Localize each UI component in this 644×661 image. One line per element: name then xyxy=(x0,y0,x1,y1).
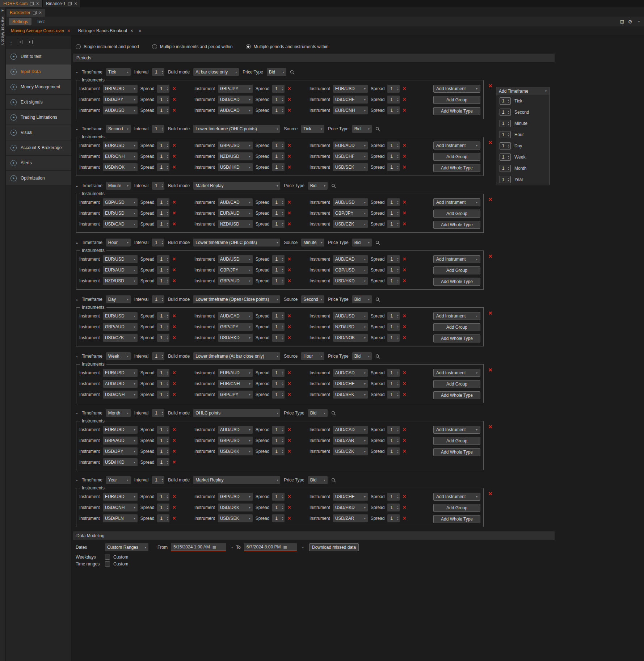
spread-spinner[interactable]: 1▴▾ xyxy=(387,437,400,445)
spinner-down-icon[interactable]: ▾ xyxy=(506,101,510,103)
add-group-button[interactable]: Add Group xyxy=(433,153,480,161)
spinner-down-icon[interactable]: ▾ xyxy=(396,89,400,91)
spinner-down-icon[interactable]: ▾ xyxy=(396,497,400,499)
spinner-down-icon[interactable]: ▾ xyxy=(396,338,400,340)
remove-instrument-icon[interactable]: × xyxy=(172,86,176,91)
spread-spinner[interactable]: 1▴▾ xyxy=(157,96,169,104)
instrument-dropdown[interactable]: AUD/USD▾ xyxy=(333,198,368,206)
to-date-input[interactable]: 6/7/2024 8:00 PM ▦ xyxy=(244,543,297,551)
spread-spinner[interactable]: 1▴▾ xyxy=(272,391,285,399)
spread-spinner[interactable]: 1▴▾ xyxy=(157,493,169,501)
spinner-down-icon[interactable]: ▾ xyxy=(165,327,169,329)
instrument-dropdown[interactable]: GBP/AUD▾ xyxy=(103,437,138,445)
spinner-down-icon[interactable]: ▾ xyxy=(281,518,285,521)
build-mode-dropdown[interactable]: Lower timeframe (OHLC points)▾ xyxy=(193,239,280,247)
spinner-down-icon[interactable]: ▾ xyxy=(165,146,169,148)
add-whole-type-button[interactable]: Add Whole Type xyxy=(433,448,480,456)
spinner-down-icon[interactable]: ▾ xyxy=(396,508,400,510)
remove-instrument-icon[interactable]: × xyxy=(172,392,176,397)
remove-instrument-icon[interactable]: × xyxy=(287,438,291,443)
add-whole-type-button[interactable]: Add Whole Type xyxy=(433,107,480,115)
instrument-dropdown[interactable]: USD/HKD▾ xyxy=(218,334,253,342)
remove-instrument-icon[interactable]: × xyxy=(403,211,406,216)
spread-spinner[interactable]: 1▴▾ xyxy=(387,209,400,217)
spinner-down-icon[interactable]: ▾ xyxy=(281,497,285,499)
spread-spinner[interactable]: 1▴▾ xyxy=(272,106,285,114)
date-range-type-dropdown[interactable]: Custom Ranges ▾ xyxy=(105,543,148,551)
mode-radio-selected[interactable]: Multiple periods and instruments within xyxy=(246,44,329,49)
spread-spinner[interactable]: 1▴▾ xyxy=(157,504,169,511)
timeframe-count-spinner[interactable]: 1▴▾ xyxy=(500,120,511,127)
tab-backtester[interactable]: Backtester × xyxy=(7,9,45,17)
collapse-icon[interactable]: ▲ xyxy=(76,412,78,414)
spread-spinner[interactable]: 1▴▾ xyxy=(157,437,169,445)
mode-radio-option[interactable]: Single instrument and period xyxy=(76,44,139,49)
spinner-down-icon[interactable]: ▾ xyxy=(281,270,285,272)
download-missed-data-button[interactable]: Download missed data xyxy=(309,543,359,551)
spinner-down-icon[interactable]: ▾ xyxy=(160,243,164,245)
instrument-dropdown[interactable]: EUR/AUD▾ xyxy=(103,266,138,274)
instrument-dropdown[interactable]: USD/JPY▾ xyxy=(103,447,138,455)
remove-instrument-icon[interactable]: × xyxy=(403,278,406,283)
price-type-dropdown[interactable]: Bid▾ xyxy=(352,125,372,133)
close-icon[interactable]: × xyxy=(74,2,77,5)
sidebar-item-alerts[interactable]: ▶Alerts xyxy=(6,156,71,171)
spinner-down-icon[interactable]: ▾ xyxy=(281,281,285,283)
price-type-dropdown[interactable]: Bid▾ xyxy=(352,239,372,247)
instrument-dropdown[interactable]: EUR/USD▾ xyxy=(103,369,138,377)
instrument-dropdown[interactable]: USD/DKK▾ xyxy=(218,504,253,511)
build-mode-dropdown[interactable]: Lower timeframe (OHLC points)▾ xyxy=(193,125,280,133)
build-mode-dropdown[interactable]: At bar close only▾ xyxy=(193,68,239,76)
tab-settings[interactable]: Settings xyxy=(9,18,31,25)
collapse-icon[interactable]: ▲ xyxy=(76,355,78,358)
instrument-dropdown[interactable]: AUD/USD▾ xyxy=(218,426,253,434)
instrument-dropdown[interactable]: EUR/USD▾ xyxy=(103,312,138,320)
instrument-dropdown[interactable]: EUR/USD▾ xyxy=(333,85,368,93)
spread-spinner[interactable]: 1▴▾ xyxy=(157,334,169,342)
spread-spinner[interactable]: 1▴▾ xyxy=(387,312,400,320)
spinner-down-icon[interactable]: ▾ xyxy=(160,299,164,302)
instrument-dropdown[interactable]: GBP/USD▾ xyxy=(333,266,368,274)
spinner-down-icon[interactable]: ▾ xyxy=(281,259,285,261)
remove-timeframe-icon[interactable]: × xyxy=(488,424,492,429)
spinner-down-icon[interactable]: ▾ xyxy=(396,518,400,521)
sidebar-item-account-brokerage[interactable]: ▶Account & Brokerage xyxy=(6,140,71,156)
remove-instrument-icon[interactable]: × xyxy=(403,86,406,91)
instrument-dropdown[interactable]: EUR/CNH▾ xyxy=(218,380,253,388)
remove-instrument-icon[interactable]: × xyxy=(172,200,176,205)
calendar-icon[interactable]: ▦ xyxy=(212,545,216,550)
instrument-dropdown[interactable]: EUR/CNH▾ xyxy=(103,152,138,160)
remove-timeframe-icon[interactable]: × xyxy=(488,140,492,145)
instrument-dropdown[interactable]: GBP/USD▾ xyxy=(218,493,253,501)
add-instrument-button[interactable]: Add Instrument▾ xyxy=(433,369,480,377)
instrument-dropdown[interactable]: EUR/USD▾ xyxy=(103,426,138,434)
timeframe-dropdown[interactable]: Second▾ xyxy=(106,125,131,133)
sidebar-item-unit-to-test[interactable]: ▶Unit to test xyxy=(6,49,71,64)
spread-spinner[interactable]: 1▴▾ xyxy=(157,323,169,331)
remove-instrument-icon[interactable]: × xyxy=(403,165,406,170)
spread-spinner[interactable]: 1▴▾ xyxy=(387,369,400,377)
add-timeframe-button[interactable]: Add Timeframe ▾ xyxy=(496,87,549,95)
restore-icon[interactable] xyxy=(33,11,37,14)
spread-spinner[interactable]: 1▴▾ xyxy=(387,106,400,114)
spinner-down-icon[interactable]: ▾ xyxy=(165,110,169,113)
spinner-down-icon[interactable]: ▾ xyxy=(281,146,285,148)
spinner-down-icon[interactable]: ▾ xyxy=(396,156,400,159)
instrument-dropdown[interactable]: USD/DKK▾ xyxy=(218,447,253,455)
remove-instrument-icon[interactable]: × xyxy=(287,427,291,432)
spread-spinner[interactable]: 1▴▾ xyxy=(387,447,400,455)
instrument-dropdown[interactable]: EUR/USD▾ xyxy=(103,142,138,150)
spread-spinner[interactable]: 1▴▾ xyxy=(272,266,285,274)
remove-instrument-icon[interactable]: × xyxy=(403,505,406,510)
instrument-dropdown[interactable]: USD/CHF▾ xyxy=(333,96,368,104)
instrument-dropdown[interactable]: NZD/USD▾ xyxy=(218,220,253,228)
spinner-down-icon[interactable]: ▾ xyxy=(165,373,169,375)
spread-spinner[interactable]: 1▴▾ xyxy=(272,514,285,522)
remove-timeframe-icon[interactable]: × xyxy=(488,254,492,259)
spinner-down-icon[interactable]: ▾ xyxy=(281,224,285,226)
instrument-dropdown[interactable]: USD/SEK▾ xyxy=(333,163,368,171)
remove-instrument-icon[interactable]: × xyxy=(172,370,176,375)
magnifier-icon[interactable] xyxy=(375,127,380,131)
instrument-dropdown[interactable]: AUD/CAD▾ xyxy=(333,369,368,377)
spread-spinner[interactable]: 1▴▾ xyxy=(272,504,285,511)
